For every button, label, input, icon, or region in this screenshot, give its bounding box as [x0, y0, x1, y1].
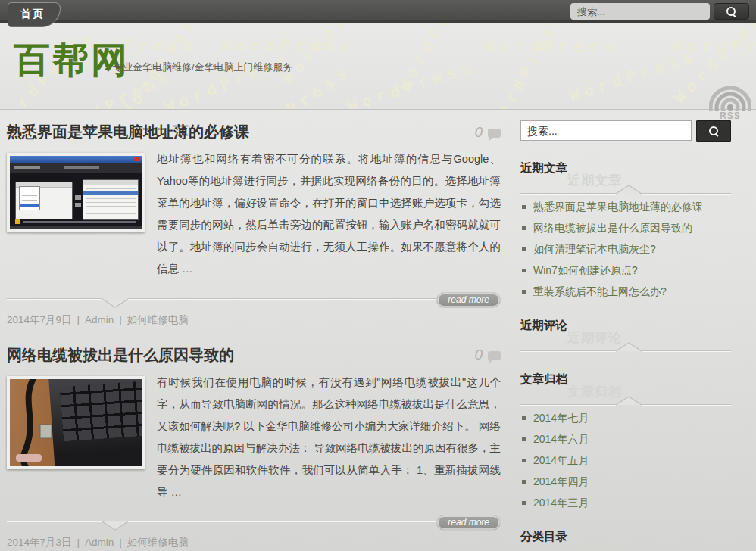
post-excerpt: 地址簿也和网络有着密不可分的联系。将地址簿的信息与Google、Yahoo等的地… — [157, 148, 501, 280]
sidebar-widget-categories: 分类目录分类目录如何维修电脑 — [520, 529, 731, 551]
post-category-link[interactable]: 如何维修电脑 — [127, 314, 189, 325]
widget-title: 近期文章 — [520, 160, 731, 176]
sidebar-search — [520, 120, 731, 142]
widget-item-list: 2014年七月2014年六月2014年五月2014年四月2014年三月 — [520, 412, 731, 509]
widget-list-item: 2014年五月 — [520, 454, 731, 467]
search-icon — [709, 126, 719, 136]
widget-item-link[interactable]: 重装系统后不能上网怎么办? — [533, 285, 667, 297]
read-more-button[interactable]: read more — [436, 515, 501, 531]
post-date: 2014年7月3日 — [7, 537, 72, 548]
site-header: WordPressWordPressWordPressWordPressWord… — [0, 23, 756, 110]
widget-divider — [520, 342, 731, 352]
widget-list-item: 重装系统后不能上网怎么办? — [520, 285, 731, 298]
post-article-1: 熟悉界面是苹果电脑地址薄的必修课 0 地址簿也和网络有着密不可分的 — [7, 122, 501, 327]
search-icon — [726, 7, 736, 17]
post-date: 2014年7月9日 — [7, 314, 72, 325]
widget-item-link[interactable]: 2014年七月 — [533, 412, 589, 424]
top-navigation-bar: 首页 — [0, 0, 756, 23]
post-article-2: 网络电缆被拔出是什么原因导致的 0 有时候我们在使用电脑的时候，有没有遇到"网络… — [7, 345, 501, 550]
widget-item-link[interactable]: 2014年三月 — [533, 497, 589, 509]
comment-count: 0 — [474, 347, 483, 363]
comment-count: 0 — [474, 124, 483, 141]
wordpress-watermark-text: WordPress — [486, 23, 569, 109]
network-cable-graphic — [10, 379, 145, 469]
widget-item-list: 熟悉界面是苹果电脑地址薄的必修课网络电缆被拔出是什么原因导致的如何清理笔记本电脑… — [520, 201, 731, 298]
comments-link[interactable]: 0 — [474, 124, 501, 141]
widget-item-link[interactable]: 2014年五月 — [533, 454, 589, 466]
widget-item-link[interactable]: 2014年四月 — [533, 475, 589, 487]
divider-notch-icon — [102, 521, 128, 531]
post-divider: read more — [7, 297, 501, 308]
topbar-search-button[interactable] — [714, 3, 749, 20]
post-author-link[interactable]: Admin — [85, 537, 114, 548]
wordpress-watermark-text: WordPress — [162, 50, 293, 109]
widget-title: 文章归档 — [520, 372, 731, 388]
comments-link[interactable]: 0 — [474, 347, 501, 363]
post-title-link[interactable]: 熟悉界面是苹果电脑地址薄的必修课 — [7, 122, 249, 142]
widget-item-link[interactable]: 如何清理笔记本电脑灰尘? — [533, 243, 656, 255]
sidebar-widget-recent-posts: 近期文章近期文章熟悉界面是苹果电脑地址薄的必修课网络电缆被拔出是什么原因导致的如… — [520, 160, 731, 298]
nav-tab-home[interactable]: 首页 — [8, 2, 61, 27]
widget-item-link[interactable]: 2014年六月 — [533, 433, 589, 445]
widget-title: 近期评论 — [520, 318, 731, 334]
post-thumbnail-blackberry-screenshot[interactable] — [7, 153, 145, 232]
posts-column: 熟悉界面是苹果电脑地址薄的必修课 0 地址簿也和网络有着密不可分的 — [7, 119, 501, 551]
widget-list-item: 网络电缆被拔出是什么原因导致的 — [520, 222, 731, 235]
widget-list-item: 熟悉界面是苹果电脑地址薄的必修课 — [520, 201, 731, 213]
sidebar: 近期文章近期文章熟悉界面是苹果电脑地址薄的必修课网络电缆被拔出是什么原因导致的如… — [520, 119, 731, 551]
widget-list-item: 2014年四月 — [520, 475, 731, 488]
widget-item-link[interactable]: 网络电缆被拔出是什么原因导致的 — [533, 222, 692, 234]
sidebar-widget-recent-comments: 近期评论近期评论 — [520, 318, 731, 352]
widget-title: 分类目录 — [520, 529, 731, 545]
divider-notch-icon — [102, 298, 128, 308]
post-category-link[interactable]: 如何维修电脑 — [127, 537, 189, 548]
post-meta: 2014年7月9日|Admin|如何维修电脑 — [7, 313, 501, 327]
widget-item-link[interactable]: Win7如何创建还原点? — [533, 264, 638, 276]
sidebar-search-input[interactable] — [520, 120, 692, 141]
post-title-link[interactable]: 网络电缆被拔出是什么原因导致的 — [7, 345, 234, 366]
widget-list-item: Win7如何创建还原点? — [520, 264, 731, 277]
topbar-search — [570, 3, 749, 20]
site-tagline: 专业金华电脑维修/金华电脑上门维修服务 — [113, 61, 293, 74]
widget-divider — [520, 185, 731, 195]
comment-bubble-icon — [488, 129, 501, 138]
post-author-link[interactable]: Admin — [85, 314, 114, 325]
sidebar-search-button[interactable] — [696, 120, 731, 142]
read-more-button[interactable]: read more — [436, 292, 501, 308]
widget-list-item: 2014年七月 — [520, 412, 731, 425]
comment-bubble-icon — [488, 351, 501, 360]
rss-icon — [709, 79, 751, 111]
widget-list-item: 2014年三月 — [520, 497, 731, 509]
post-thumbnail-keyboard-photo[interactable] — [7, 376, 145, 469]
post-excerpt: 有时候我们在使用电脑的时候，有没有遇到"网络电缆被拔出"这几个字，从而导致电脑断… — [157, 372, 501, 503]
widget-divider — [520, 396, 731, 406]
widget-item-link[interactable]: 熟悉界面是苹果电脑地址薄的必修课 — [533, 201, 703, 213]
topbar-search-input[interactable] — [570, 3, 710, 20]
widget-list-item: 2014年六月 — [520, 433, 731, 446]
rss-link[interactable]: RSS — [709, 79, 751, 121]
widget-list-item: 如何清理笔记本电脑灰尘? — [520, 243, 731, 256]
content-area: 熟悉界面是苹果电脑地址薄的必修课 0 地址簿也和网络有着密不可分的 — [0, 110, 756, 551]
rss-label: RSS — [709, 111, 751, 121]
sidebar-widget-archives: 文章归档文章归档2014年七月2014年六月2014年五月2014年四月2014… — [520, 372, 731, 509]
post-meta: 2014年7月3日|Admin|如何维修电脑 — [7, 536, 501, 549]
post-divider: read more — [7, 520, 501, 531]
